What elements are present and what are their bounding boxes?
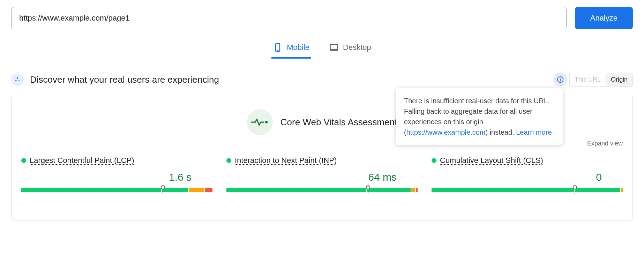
info-tooltip: There is insufficient real-user data for… <box>396 88 563 145</box>
metric-cls: Cumulative Layout Shift (CLS) 0 <box>432 156 623 192</box>
metric-cls-bar <box>432 188 623 192</box>
section-title: Discover what your real users are experi… <box>30 74 219 85</box>
svg-point-6 <box>18 80 20 81</box>
info-button[interactable] <box>553 73 567 87</box>
scope-origin[interactable]: Origin <box>606 73 632 86</box>
metric-inp: Interaction to Next Paint (INP) 64 ms <box>226 156 418 192</box>
section-header: Discover what your real users are experi… <box>11 73 633 87</box>
tooltip-learn-more-link[interactable]: Learn more <box>516 128 552 136</box>
svg-point-5 <box>15 80 17 81</box>
tab-desktop[interactable]: Desktop <box>328 39 373 59</box>
tab-mobile-label: Mobile <box>287 43 309 52</box>
divider <box>21 210 623 210</box>
url-bar-row: Analyze <box>11 7 633 29</box>
url-input[interactable] <box>11 7 567 29</box>
mobile-icon <box>273 43 283 52</box>
expand-view-link[interactable]: Expand view <box>587 140 623 147</box>
tab-desktop-label: Desktop <box>343 43 371 52</box>
tab-mobile[interactable]: Mobile <box>271 39 311 59</box>
status-dot-good <box>226 158 231 163</box>
status-dot-good <box>21 158 26 163</box>
metric-inp-value: 64 ms <box>226 171 418 183</box>
crux-icon <box>11 73 24 86</box>
status-dot-good <box>432 158 436 163</box>
svg-point-4 <box>17 77 18 79</box>
metric-lcp-value: 1.6 s <box>21 171 212 183</box>
svg-point-10 <box>265 121 268 123</box>
tooltip-text-2: ) instead. <box>485 128 516 136</box>
metric-cls-value: 0 <box>432 171 623 183</box>
assessment-text: Core Web Vitals Assessment <box>280 117 397 128</box>
device-tabs: Mobile Desktop <box>11 39 633 59</box>
scope-toggle-group: This URL Origin There is insufficient re… <box>553 73 633 87</box>
scope-this-url: This URL <box>570 73 606 86</box>
metric-lcp: Largest Contentful Paint (LCP) 1.6 s <box>21 156 212 192</box>
metrics-row: Largest Contentful Paint (LCP) 1.6 s Int… <box>21 156 623 192</box>
metric-inp-name[interactable]: Interaction to Next Paint (INP) <box>235 156 337 165</box>
analyze-button[interactable]: Analyze <box>575 7 633 29</box>
metric-lcp-name[interactable]: Largest Contentful Paint (LCP) <box>30 156 134 165</box>
metric-cls-name[interactable]: Cumulative Layout Shift (CLS) <box>440 156 543 165</box>
desktop-icon <box>329 43 339 52</box>
metric-lcp-bar <box>21 188 212 192</box>
pulse-icon <box>247 109 273 135</box>
tooltip-origin-link[interactable]: https://www.example.com <box>406 128 486 136</box>
svg-rect-2 <box>330 45 338 50</box>
metric-inp-bar <box>226 188 418 192</box>
